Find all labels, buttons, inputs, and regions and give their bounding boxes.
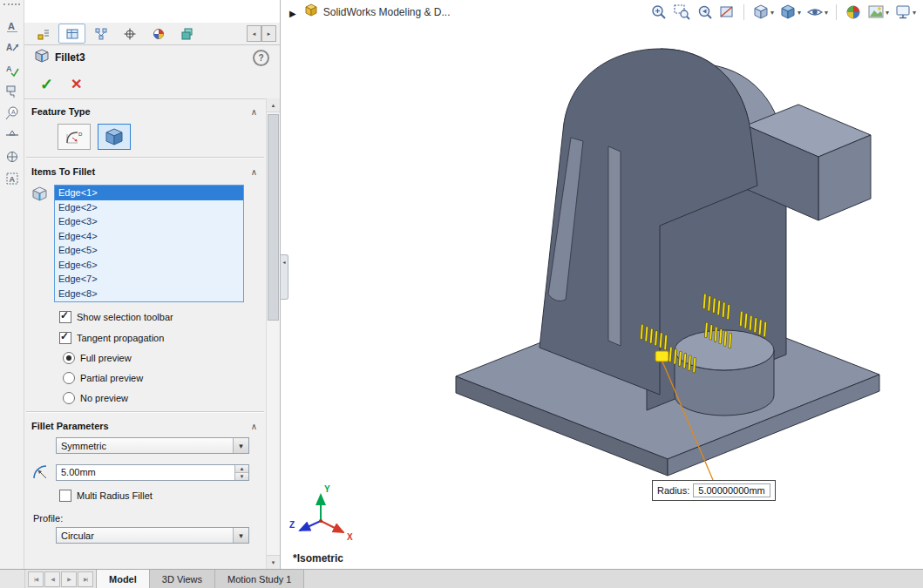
preview-radio[interactable]: No preview bbox=[63, 392, 266, 404]
model-canvas[interactable] bbox=[281, 0, 923, 569]
edge-list-item[interactable]: Edge<7> bbox=[55, 272, 243, 287]
view-orientation-icon[interactable] bbox=[752, 3, 774, 21]
zoom-to-fit-icon[interactable] bbox=[650, 3, 668, 21]
feature-type-buttons: D bbox=[58, 124, 266, 150]
scrollbar-thumb[interactable] bbox=[268, 114, 279, 321]
pane-manager-tab-icon[interactable] bbox=[173, 24, 200, 44]
edge-list-item[interactable]: Edge<8> bbox=[55, 287, 243, 301]
radio-icon[interactable] bbox=[63, 372, 75, 384]
edge-list-item[interactable]: Edge<5> bbox=[55, 243, 243, 258]
radio-icon[interactable] bbox=[63, 392, 75, 404]
configuration-manager-tab-icon[interactable] bbox=[87, 24, 114, 44]
display-manager-tab-icon[interactable] bbox=[145, 24, 172, 44]
items-to-fillet-list[interactable]: Edge<1> Edge<2> Edge<3> Edge<4> Edge<5> … bbox=[54, 185, 244, 302]
property-manager-panel: Fillet3 Feature Type D Items T bbox=[24, 0, 281, 569]
edge-list-item[interactable]: Edge<3> bbox=[55, 214, 243, 229]
edge-list-item[interactable]: Edge<6> bbox=[55, 258, 243, 273]
tab-scroll-right-icon[interactable] bbox=[261, 25, 276, 42]
features-manager-tab-icon[interactable] bbox=[30, 24, 57, 44]
bottom-tab-bar: Model 3D Views Motion Study 1 bbox=[0, 569, 923, 588]
items-to-fillet-section-header[interactable]: Items To Fillet bbox=[24, 159, 266, 179]
manual-fillet-icon: D bbox=[63, 127, 85, 146]
view-orientation-label: *Isometric bbox=[293, 552, 343, 564]
toolbar-grip[interactable] bbox=[3, 3, 20, 9]
weld-symbol-icon[interactable] bbox=[3, 125, 22, 145]
datum-target-icon[interactable] bbox=[3, 146, 22, 167]
zoom-to-area-icon[interactable] bbox=[673, 3, 690, 21]
edge-list-item[interactable]: Edge<4> bbox=[55, 229, 243, 244]
toolbar-separator bbox=[743, 4, 744, 20]
prev-tab-icon[interactable] bbox=[44, 571, 60, 587]
part-body[interactable] bbox=[456, 49, 879, 476]
previous-view-icon[interactable] bbox=[696, 3, 713, 21]
spell-check-icon[interactable]: A bbox=[3, 59, 22, 80]
tab-nav-buttons bbox=[25, 570, 96, 588]
preview-radio[interactable]: Partial preview bbox=[63, 372, 266, 384]
panel-scrollbar[interactable] bbox=[266, 98, 280, 569]
profile-select[interactable]: Circular bbox=[56, 527, 249, 544]
radius-input[interactable]: 5.00mm bbox=[56, 464, 249, 481]
section-view-icon[interactable] bbox=[718, 3, 736, 21]
hide-show-items-icon[interactable] bbox=[806, 3, 828, 21]
document-title: SolidWorks Modeling & D... bbox=[323, 6, 451, 18]
panel-collapse-handle[interactable] bbox=[281, 254, 288, 300]
note-icon[interactable]: A bbox=[3, 16, 22, 37]
ok-button[interactable] bbox=[40, 75, 53, 94]
help-icon[interactable] bbox=[253, 50, 269, 66]
linked-note-icon[interactable]: A bbox=[3, 37, 22, 58]
option-checkbox[interactable]: Show selection toolbar bbox=[59, 311, 266, 323]
option-checkbox[interactable]: Tangent propagation bbox=[59, 332, 266, 344]
radius-callout-value[interactable]: 5.00000000mm bbox=[693, 483, 770, 497]
scroll-up-icon[interactable] bbox=[267, 98, 280, 112]
edit-appearance-icon[interactable] bbox=[845, 3, 862, 21]
fillet-feature-icon bbox=[35, 49, 49, 66]
graphics-viewport[interactable]: SolidWorks Modeling & D... bbox=[281, 0, 923, 569]
symmetry-select[interactable]: Symmetric bbox=[56, 437, 249, 454]
property-manager-header: Fillet3 bbox=[24, 45, 280, 70]
sheet-tab[interactable]: Model bbox=[96, 570, 150, 588]
filletxpert-icon bbox=[103, 127, 126, 146]
balloon-icon[interactable]: A bbox=[3, 103, 22, 124]
edge-list-item[interactable]: Edge<1> bbox=[55, 186, 243, 200]
spin-down-icon[interactable] bbox=[235, 473, 248, 480]
filletxpert-button[interactable] bbox=[98, 124, 131, 150]
chevron-down-icon[interactable] bbox=[233, 528, 248, 543]
triad-origin bbox=[319, 519, 322, 523]
orientation-triad: Y X Z bbox=[288, 477, 366, 549]
collapse-chevron-icon[interactable] bbox=[251, 422, 257, 431]
collapse-chevron-icon[interactable] bbox=[251, 167, 257, 177]
checkbox-icon[interactable] bbox=[59, 490, 71, 502]
annotation-toolbar: A A A A A bbox=[0, 0, 24, 569]
first-tab-icon[interactable] bbox=[28, 571, 44, 587]
cancel-button[interactable] bbox=[71, 76, 82, 92]
checkbox-icon[interactable] bbox=[59, 311, 71, 323]
feature-tree-flyout-icon[interactable] bbox=[289, 4, 296, 20]
property-manager-tab-icon[interactable] bbox=[58, 24, 85, 44]
profile-label: Profile: bbox=[33, 513, 266, 524]
next-tab-icon[interactable] bbox=[61, 571, 77, 587]
apply-scene-icon[interactable] bbox=[867, 3, 889, 21]
panel-top-strip bbox=[24, 0, 280, 23]
block-icon[interactable]: A bbox=[3, 168, 22, 189]
radio-icon[interactable] bbox=[63, 352, 75, 364]
checkbox-icon[interactable] bbox=[59, 332, 71, 344]
multi-radius-checkbox[interactable]: Multi Radius Fillet bbox=[59, 490, 266, 502]
manual-fillet-button[interactable]: D bbox=[58, 124, 91, 150]
sheet-tab[interactable]: 3D Views bbox=[150, 570, 215, 588]
dimxpert-manager-tab-icon[interactable] bbox=[116, 24, 143, 44]
chevron-down-icon[interactable] bbox=[233, 438, 248, 453]
format-painter-icon[interactable] bbox=[3, 81, 22, 102]
view-settings-icon[interactable] bbox=[894, 3, 916, 21]
collapse-chevron-icon[interactable] bbox=[251, 107, 257, 117]
display-style-icon[interactable] bbox=[779, 3, 801, 21]
tab-scroll-left-icon[interactable] bbox=[247, 25, 261, 42]
preview-radio[interactable]: Full preview bbox=[63, 352, 266, 364]
edge-list-item[interactable]: Edge<2> bbox=[55, 200, 243, 215]
spin-up-icon[interactable] bbox=[235, 465, 248, 473]
fillet-parameters-section-header[interactable]: Fillet Parameters bbox=[24, 413, 266, 434]
scroll-down-icon[interactable] bbox=[267, 555, 280, 569]
feature-type-section-header[interactable]: Feature Type bbox=[24, 98, 266, 119]
last-tab-icon[interactable] bbox=[78, 571, 93, 587]
sheet-tab[interactable]: Motion Study 1 bbox=[215, 570, 304, 588]
z-axis-arrow bbox=[300, 521, 321, 531]
